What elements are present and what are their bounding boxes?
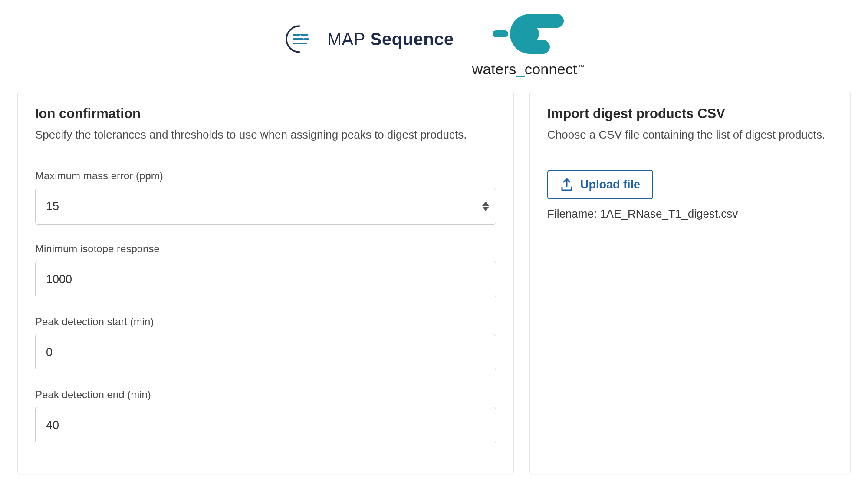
filename-display: Filename: 1AE_RNase_T1_digest.csv [547,207,833,221]
peak-detection-start-label: Peak detection start (min) [35,316,496,328]
map-sequence-logo: MAP Sequence [284,23,454,55]
upload-button-label: Upload file [580,178,640,192]
waters-connect-icon [492,10,565,57]
map-text-light: MAP [327,30,370,49]
upload-file-button[interactable]: Upload file [547,170,653,199]
waters-text-post: connect [525,61,577,77]
sequence-circle-icon [284,23,315,55]
header-logo-area: MAP Sequence waters_connect™ [0,0,868,91]
filename-label: Filename: [547,207,600,220]
filename-value: 1AE_RNase_T1_digest.csv [600,207,738,220]
import-panel-subtitle: Choose a CSV file containing the list of… [547,127,833,142]
content-row: Ion confirmation Specify the tolerances … [0,91,868,474]
peak-detection-end-input[interactable] [35,407,496,443]
min-isotope-response-input[interactable] [35,261,496,297]
peak-detection-end-label: Peak detection end (min) [35,389,496,401]
waters-connect-text: waters_connect™ [472,61,585,78]
max-mass-error-label: Maximum mass error (ppm) [35,170,496,182]
import-csv-panel: Import digest products CSV Choose a CSV … [529,91,851,474]
peak-detection-end-group: Peak detection end (min) [35,389,496,443]
waters-connect-logo: waters_connect™ [472,10,585,78]
peak-detection-start-input[interactable] [35,334,496,370]
ion-panel-body: Maximum mass error (ppm) Minimum isotope… [18,155,513,474]
map-sequence-text: MAP Sequence [327,30,454,49]
upload-icon [560,178,573,192]
max-mass-error-input[interactable] [35,188,496,225]
min-isotope-response-group: Minimum isotope response [35,243,496,297]
waters-text-pre: waters [472,61,516,77]
svg-rect-7 [493,30,508,37]
waters-text-underscore: _ [516,61,525,77]
map-text-bold: Sequence [370,30,454,49]
svg-point-6 [521,25,539,43]
max-mass-error-input-wrap [35,188,496,225]
ion-confirmation-panel: Ion confirmation Specify the tolerances … [17,91,514,474]
peak-detection-start-group: Peak detection start (min) [35,316,496,370]
ion-panel-title: Ion confirmation [35,106,496,122]
ion-panel-header: Ion confirmation Specify the tolerances … [18,91,513,155]
ion-panel-subtitle: Specify the tolerances and thresholds to… [35,127,496,142]
max-mass-error-group: Maximum mass error (ppm) [35,170,496,225]
import-panel-header: Import digest products CSV Choose a CSV … [530,91,850,155]
import-panel-title: Import digest products CSV [547,106,833,122]
min-isotope-response-label: Minimum isotope response [35,243,496,255]
import-panel-body: Upload file Filename: 1AE_RNase_T1_diges… [530,155,850,233]
waters-text-tm: ™ [578,63,584,70]
